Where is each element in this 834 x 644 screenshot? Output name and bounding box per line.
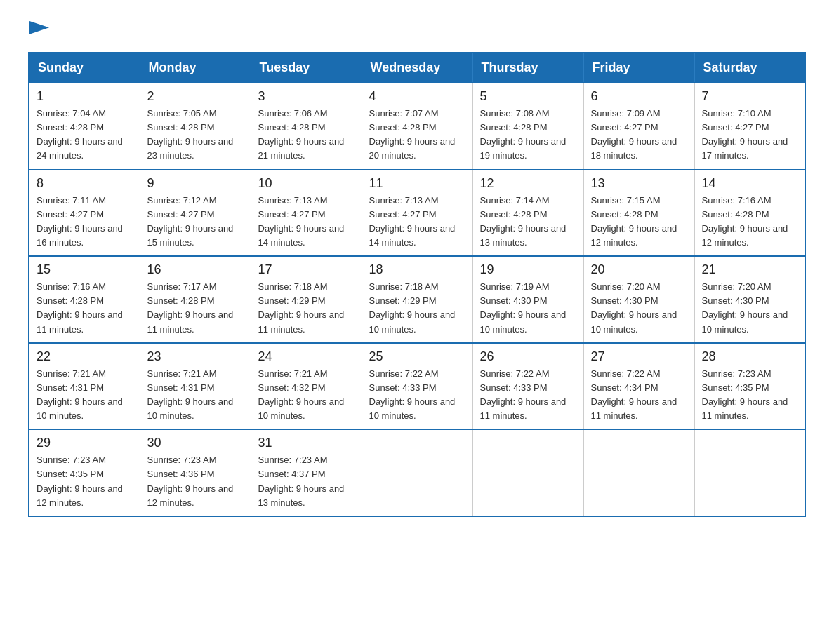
day-number: 15 [37, 262, 133, 277]
day-info: Sunrise: 7:21 AMSunset: 4:31 PMDaylight:… [37, 367, 133, 424]
calendar-header: SundayMondayTuesdayWednesdayThursdayFrid… [29, 53, 805, 83]
calendar-cell: 14Sunrise: 7:16 AMSunset: 4:28 PMDayligh… [694, 170, 805, 257]
calendar-cell: 1Sunrise: 7:04 AMSunset: 4:28 PMDaylight… [29, 83, 140, 170]
calendar-cell: 5Sunrise: 7:08 AMSunset: 4:28 PMDaylight… [472, 83, 583, 170]
calendar-cell: 29Sunrise: 7:23 AMSunset: 4:35 PMDayligh… [29, 429, 140, 516]
day-info: Sunrise: 7:17 AMSunset: 4:28 PMDaylight:… [147, 280, 244, 337]
logo-triangle-icon [29, 21, 49, 41]
day-info: Sunrise: 7:16 AMSunset: 4:28 PMDaylight:… [37, 280, 133, 337]
day-number: 16 [147, 262, 244, 277]
page-header [28, 21, 806, 38]
day-info: Sunrise: 7:21 AMSunset: 4:31 PMDaylight:… [147, 367, 244, 424]
calendar-cell: 17Sunrise: 7:18 AMSunset: 4:29 PMDayligh… [251, 256, 362, 343]
calendar-cell [583, 429, 694, 516]
day-number: 4 [369, 89, 465, 104]
calendar-cell: 18Sunrise: 7:18 AMSunset: 4:29 PMDayligh… [362, 256, 472, 343]
logo [28, 21, 49, 38]
calendar-cell: 12Sunrise: 7:14 AMSunset: 4:28 PMDayligh… [472, 170, 583, 257]
day-info: Sunrise: 7:19 AMSunset: 4:30 PMDaylight:… [480, 280, 576, 337]
header-sunday: Sunday [29, 53, 140, 83]
day-info: Sunrise: 7:11 AMSunset: 4:27 PMDaylight:… [37, 194, 133, 250]
day-number: 30 [147, 436, 244, 450]
day-number: 27 [591, 349, 687, 364]
day-number: 25 [369, 349, 465, 364]
day-info: Sunrise: 7:06 AMSunset: 4:28 PMDaylight:… [258, 107, 355, 163]
day-info: Sunrise: 7:23 AMSunset: 4:37 PMDaylight:… [258, 453, 355, 510]
day-info: Sunrise: 7:22 AMSunset: 4:34 PMDaylight:… [591, 367, 687, 424]
header-monday: Monday [140, 53, 251, 83]
calendar-cell [472, 429, 583, 516]
day-number: 14 [702, 176, 798, 191]
day-info: Sunrise: 7:18 AMSunset: 4:29 PMDaylight:… [369, 280, 465, 337]
calendar-cell: 23Sunrise: 7:21 AMSunset: 4:31 PMDayligh… [140, 343, 251, 430]
calendar-cell: 13Sunrise: 7:15 AMSunset: 4:28 PMDayligh… [583, 170, 694, 257]
day-number: 7 [702, 89, 798, 104]
calendar-cell: 15Sunrise: 7:16 AMSunset: 4:28 PMDayligh… [29, 256, 140, 343]
header-friday: Friday [583, 53, 694, 83]
day-number: 19 [480, 262, 576, 277]
day-number: 6 [591, 89, 687, 104]
calendar-cell: 7Sunrise: 7:10 AMSunset: 4:27 PMDaylight… [694, 83, 805, 170]
day-info: Sunrise: 7:23 AMSunset: 4:35 PMDaylight:… [702, 367, 798, 424]
day-info: Sunrise: 7:13 AMSunset: 4:27 PMDaylight:… [258, 194, 355, 250]
day-info: Sunrise: 7:20 AMSunset: 4:30 PMDaylight:… [702, 280, 798, 337]
day-info: Sunrise: 7:22 AMSunset: 4:33 PMDaylight:… [369, 367, 465, 424]
day-info: Sunrise: 7:20 AMSunset: 4:30 PMDaylight:… [591, 280, 687, 337]
header-tuesday: Tuesday [251, 53, 362, 83]
calendar-cell: 30Sunrise: 7:23 AMSunset: 4:36 PMDayligh… [140, 429, 251, 516]
calendar-cell: 16Sunrise: 7:17 AMSunset: 4:28 PMDayligh… [140, 256, 251, 343]
day-info: Sunrise: 7:09 AMSunset: 4:27 PMDaylight:… [591, 107, 687, 163]
calendar-body: 1Sunrise: 7:04 AMSunset: 4:28 PMDaylight… [29, 83, 805, 516]
day-info: Sunrise: 7:23 AMSunset: 4:35 PMDaylight:… [37, 453, 133, 510]
calendar-cell: 21Sunrise: 7:20 AMSunset: 4:30 PMDayligh… [694, 256, 805, 343]
calendar-cell: 28Sunrise: 7:23 AMSunset: 4:35 PMDayligh… [694, 343, 805, 430]
logo-text [28, 21, 49, 38]
week-row-2: 8Sunrise: 7:11 AMSunset: 4:27 PMDaylight… [29, 170, 805, 257]
day-number: 20 [591, 262, 687, 277]
calendar-cell: 8Sunrise: 7:11 AMSunset: 4:27 PMDaylight… [29, 170, 140, 257]
day-info: Sunrise: 7:18 AMSunset: 4:29 PMDaylight:… [258, 280, 355, 337]
day-number: 28 [702, 349, 798, 364]
day-number: 5 [480, 89, 576, 104]
calendar-cell: 26Sunrise: 7:22 AMSunset: 4:33 PMDayligh… [472, 343, 583, 430]
day-number: 11 [369, 176, 465, 191]
week-row-4: 22Sunrise: 7:21 AMSunset: 4:31 PMDayligh… [29, 343, 805, 430]
calendar-cell: 11Sunrise: 7:13 AMSunset: 4:27 PMDayligh… [362, 170, 472, 257]
calendar-cell: 19Sunrise: 7:19 AMSunset: 4:30 PMDayligh… [472, 256, 583, 343]
calendar-cell: 2Sunrise: 7:05 AMSunset: 4:28 PMDaylight… [140, 83, 251, 170]
header-thursday: Thursday [472, 53, 583, 83]
calendar-cell: 20Sunrise: 7:20 AMSunset: 4:30 PMDayligh… [583, 256, 694, 343]
day-info: Sunrise: 7:14 AMSunset: 4:28 PMDaylight:… [480, 194, 576, 250]
calendar-cell: 4Sunrise: 7:07 AMSunset: 4:28 PMDaylight… [362, 83, 472, 170]
day-number: 22 [37, 349, 133, 364]
day-info: Sunrise: 7:22 AMSunset: 4:33 PMDaylight:… [480, 367, 576, 424]
calendar-cell [362, 429, 472, 516]
day-number: 9 [147, 176, 244, 191]
calendar-cell: 22Sunrise: 7:21 AMSunset: 4:31 PMDayligh… [29, 343, 140, 430]
day-info: Sunrise: 7:16 AMSunset: 4:28 PMDaylight:… [702, 194, 798, 250]
day-info: Sunrise: 7:05 AMSunset: 4:28 PMDaylight:… [147, 107, 244, 163]
day-number: 23 [147, 349, 244, 364]
calendar-cell: 9Sunrise: 7:12 AMSunset: 4:27 PMDaylight… [140, 170, 251, 257]
calendar-cell [694, 429, 805, 516]
calendar-table: SundayMondayTuesdayWednesdayThursdayFrid… [28, 52, 806, 517]
calendar-cell: 31Sunrise: 7:23 AMSunset: 4:37 PMDayligh… [251, 429, 362, 516]
day-number: 26 [480, 349, 576, 364]
day-info: Sunrise: 7:13 AMSunset: 4:27 PMDaylight:… [369, 194, 465, 250]
calendar-cell: 3Sunrise: 7:06 AMSunset: 4:28 PMDaylight… [251, 83, 362, 170]
day-info: Sunrise: 7:08 AMSunset: 4:28 PMDaylight:… [480, 107, 576, 163]
calendar-cell: 6Sunrise: 7:09 AMSunset: 4:27 PMDaylight… [583, 83, 694, 170]
day-number: 3 [258, 89, 355, 104]
svg-marker-0 [29, 21, 49, 34]
day-number: 1 [37, 89, 133, 104]
day-number: 21 [702, 262, 798, 277]
week-row-1: 1Sunrise: 7:04 AMSunset: 4:28 PMDaylight… [29, 83, 805, 170]
day-info: Sunrise: 7:23 AMSunset: 4:36 PMDaylight:… [147, 453, 244, 510]
header-saturday: Saturday [694, 53, 805, 83]
day-number: 31 [258, 436, 355, 450]
week-row-5: 29Sunrise: 7:23 AMSunset: 4:35 PMDayligh… [29, 429, 805, 516]
calendar-cell: 25Sunrise: 7:22 AMSunset: 4:33 PMDayligh… [362, 343, 472, 430]
day-number: 24 [258, 349, 355, 364]
day-info: Sunrise: 7:12 AMSunset: 4:27 PMDaylight:… [147, 194, 244, 250]
day-number: 29 [37, 436, 133, 450]
